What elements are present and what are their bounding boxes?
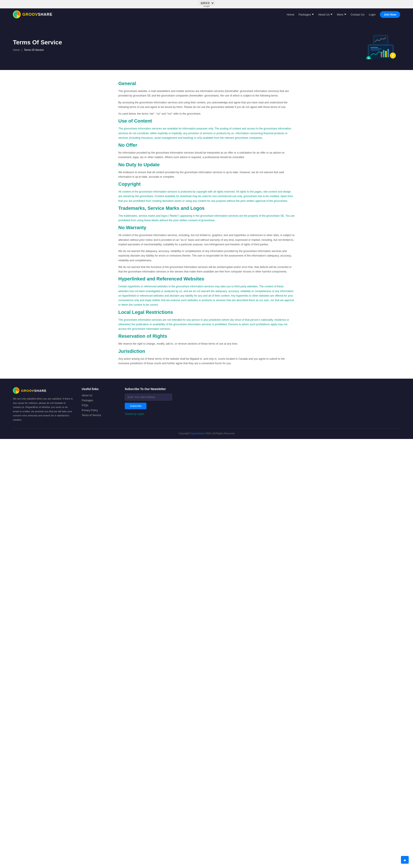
section-paragraph: As used below, the terms "we", "us" and … xyxy=(118,112,295,116)
footer-logo-end: SHARE xyxy=(34,389,47,393)
footer-link[interactable]: Terms of Service xyxy=(82,414,101,417)
footer-link[interactable]: About Us xyxy=(82,394,92,397)
footer-logo-text: GROOVSHARE xyxy=(21,389,46,393)
section-title-use-of-content: Use of Content xyxy=(118,118,295,124)
section-use-of-content: Use of ContentThe groovshare information… xyxy=(118,118,295,140)
footer-link-item: Packages xyxy=(82,399,116,402)
footer-link[interactable]: Privacy Policy xyxy=(82,409,98,412)
breadcrumb-home[interactable]: Home xyxy=(13,49,20,52)
section-copyright: CopyrightAll content of the groovshare i… xyxy=(118,181,295,203)
section-title-reservation: Reservation of Rights xyxy=(118,333,295,339)
section-general: GeneralThe groovshare website, e-mail ne… xyxy=(118,81,295,116)
footer-links: Useful links About UsPackagesFAQsPrivacy… xyxy=(82,387,116,422)
section-trademarks: Trademarks, Service Marks and LogosThe t… xyxy=(118,206,295,223)
section-legal-restrictions: Local Legal RestrictionsThe groovshare i… xyxy=(118,310,295,332)
section-title-no-duty: No Duty to Update xyxy=(118,162,295,167)
section-title-no-warranty: No Warranty xyxy=(118,225,295,230)
section-title-legal-restrictions: Local Legal Restrictions xyxy=(118,310,295,315)
section-jurisdiction: JurisdictionAny action arising out of th… xyxy=(118,348,295,366)
logo[interactable]: GROOVSHARE xyxy=(13,10,53,18)
breadcrumb-separator: | xyxy=(22,49,22,52)
footer-link[interactable]: Packages xyxy=(82,399,93,402)
breadcrumb: Home | Terms Of Service xyxy=(13,49,62,52)
logo-text-start: GROOV xyxy=(22,12,38,17)
nav-more[interactable]: More xyxy=(337,13,346,16)
section-paragraph: We do not warrant that the functions of … xyxy=(118,265,295,274)
footer-top: GROOVSHARE We are only satisfied when yo… xyxy=(13,387,400,422)
section-paragraph: The groovshare website, e-mail newslette… xyxy=(118,89,295,98)
footer: GROOVSHARE We are only satisfied when yo… xyxy=(0,379,413,439)
footer-link-item: Terms of Service xyxy=(82,413,116,417)
section-paragraph: We do not warrant the adequacy, accuracy… xyxy=(118,249,295,263)
hero-illustration: ₿ $ xyxy=(362,31,400,59)
logo-icon xyxy=(13,10,21,18)
svg-rect-2 xyxy=(370,47,378,48)
section-paragraph: We reserve the right to change, modify, … xyxy=(118,342,295,346)
footer-logo-icon xyxy=(13,387,20,394)
footer-brand-link[interactable]: groovshare xyxy=(192,432,205,435)
section-reservation: Reservation of RightsWe reserve the righ… xyxy=(118,333,295,346)
footer-about: GROOVSHARE We are only satisfied when yo… xyxy=(13,387,73,422)
footer-link-item: Privacy Policy xyxy=(82,409,116,412)
logo-text-end: SHARE xyxy=(38,12,53,17)
footer-links-list: About UsPackagesFAQsPrivacy PolicyTerms … xyxy=(82,394,116,417)
svg-text:$: $ xyxy=(368,57,369,59)
page-title: Terms Of Service xyxy=(13,39,62,46)
hero-banner: Terms Of Service Home | Terms Of Service… xyxy=(0,21,413,70)
header: GROOVSHARE Home Packages About Us More C… xyxy=(0,8,413,21)
svg-rect-3 xyxy=(370,49,382,49)
nav-contact[interactable]: Contact Us xyxy=(351,13,365,16)
svg-rect-16 xyxy=(374,36,387,44)
section-title-trademarks: Trademarks, Service Marks and Logos xyxy=(118,206,295,211)
footer-link[interactable]: FAQs xyxy=(82,404,88,407)
footer-about-text: We are only satisfied when you are satis… xyxy=(13,397,73,422)
section-title-jurisdiction: Jurisdiction xyxy=(118,348,295,354)
hero-left: Terms Of Service Home | Terms Of Service xyxy=(13,39,62,52)
svg-rect-7 xyxy=(385,51,387,57)
main-nav: Home Packages About Us More Contact Us L… xyxy=(287,11,400,18)
newsletter-email-input[interactable] xyxy=(125,394,172,401)
section-paragraph: All content of the groovshare informatio… xyxy=(118,233,295,247)
footer-bottom: Copyright © groovshare 2023 | All Rights… xyxy=(13,428,400,435)
section-paragraph: The groovshare information services are … xyxy=(118,126,295,140)
footer-logo[interactable]: GROOVSHARE xyxy=(13,387,73,394)
newsletter-heading: Subscribe To Our Newsletter xyxy=(125,387,400,391)
section-hyperlinks: Hyperlinked and Referenced WebsitesCerta… xyxy=(118,276,295,307)
section-no-offer: No OfferNo information provided by the g… xyxy=(118,143,295,160)
section-paragraph: The groovshare information services are … xyxy=(118,318,295,332)
nav-home[interactable]: Home xyxy=(287,13,294,16)
section-paragraph: No information provided by the groovshar… xyxy=(118,151,295,160)
footer-links-heading: Useful links xyxy=(82,387,116,391)
footer-logo-start: GROOV xyxy=(21,389,34,393)
section-title-no-offer: No Offer xyxy=(118,143,295,148)
nav-login[interactable]: Login xyxy=(369,13,376,16)
google-label: Google xyxy=(1,5,412,7)
section-no-duty: No Duty to UpdateWe endeavor to ensure t… xyxy=(118,162,295,179)
svg-rect-4 xyxy=(370,50,380,51)
svg-rect-8 xyxy=(387,49,389,57)
section-title-general: General xyxy=(118,81,295,86)
tweets-link[interactable]: Tweets by crypto xyxy=(125,412,144,415)
language-select[interactable]: 选择语言 English 中文 xyxy=(199,1,214,5)
footer-link-item: About Us xyxy=(82,394,116,397)
section-paragraph: By accessing the groovshare information … xyxy=(118,100,295,110)
breadcrumb-current: Terms Of Service xyxy=(24,49,44,52)
section-title-hyperlinks: Hyperlinked and Referenced Websites xyxy=(118,276,295,282)
translate-bar: 选择语言 English 中文 Google xyxy=(0,0,413,8)
main-content: GeneralThe groovshare website, e-mail ne… xyxy=(114,70,299,379)
section-paragraph: We endeavor to ensure that all content p… xyxy=(118,170,295,179)
section-paragraph: The trademarks, service marks and logos … xyxy=(118,214,295,223)
section-paragraph: Certain hyperlinks or referenced website… xyxy=(118,284,295,307)
footer-link-item: FAQs xyxy=(82,404,116,407)
section-title-copyright: Copyright xyxy=(118,181,295,187)
section-paragraph: All content of the groovshare informatio… xyxy=(118,190,295,203)
section-no-warranty: No WarrantyAll content of the groovshare… xyxy=(118,225,295,274)
footer-copyright: Copyright © groovshare 2023 | All Rights… xyxy=(178,432,235,435)
nav-about[interactable]: About Us xyxy=(318,13,333,16)
nav-join[interactable]: Join Now xyxy=(380,11,400,18)
svg-text:₿: ₿ xyxy=(392,54,393,57)
nav-packages[interactable]: Packages xyxy=(299,13,314,16)
subscribe-button[interactable]: Subscribe xyxy=(125,403,146,409)
section-paragraph: Any action arising out of these terms of… xyxy=(118,357,295,366)
terms-sections: GeneralThe groovshare website, e-mail ne… xyxy=(118,81,295,366)
